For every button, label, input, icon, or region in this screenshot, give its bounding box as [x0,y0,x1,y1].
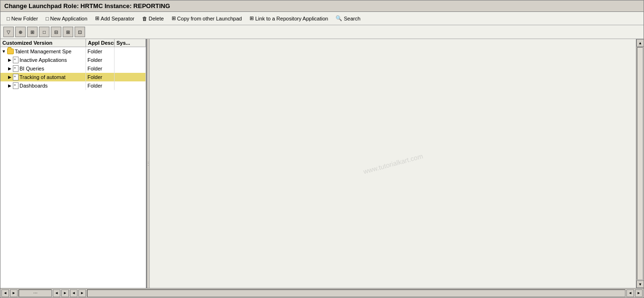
expand-icon[interactable]: ▶ [7,58,12,62]
icon-btn-3[interactable]: ⊞ [27,27,38,37]
icon-btn-5[interactable]: ⊟ [51,27,61,37]
doc-icon [13,82,19,89]
scroll-right-4[interactable]: ► [635,289,643,297]
scroll-left-3[interactable]: ◄ [70,289,77,297]
icon-btn-2[interactable]: ⊕ [15,27,26,37]
status-left[interactable]: ⋯ [19,289,52,297]
link-icon: ⊞ [250,15,254,21]
delete-button[interactable]: 🗑 Delete [139,14,167,23]
left-panel: Customized Version Appl Descr Sys... ▼ T… [0,39,147,288]
col-sys: Sys... [115,39,146,47]
tree-header: Customized Version Appl Descr Sys... [0,39,146,47]
scroll-left-2[interactable]: ◄ [53,289,60,297]
tree-cell-sys [115,64,146,73]
tree-cell-appl: Folder [86,56,115,64]
tree-cell-name[interactable]: ▶ Inactive Applications [0,56,86,64]
tree-cell-name[interactable]: ▶ Dashboards [0,81,86,90]
tree-body[interactable]: ▼ Talent Management Spe Folder ▶ Inactiv… [0,47,146,288]
scroll-track-v[interactable] [637,47,643,280]
scroll-left-1[interactable]: ◄ [1,289,9,297]
icon-toolbar: ▽ ⊕ ⊞ □ ⊟ ⊞ ⊡ [0,25,644,39]
tree-cell-sys [115,81,146,90]
window-title: Change Launchpad Role: HRTMC Instance: R… [4,2,170,10]
tree-row-selected[interactable]: ▶ Tracking of automat Folder [0,73,146,81]
new-application-icon: □ [46,16,49,21]
tree-cell-appl: Folder [86,73,115,81]
scroll-down-button[interactable]: ▼ [636,280,644,288]
search-icon: 🔍 [336,15,342,21]
expand-icon[interactable]: ▶ [7,75,12,79]
watermark: www.tutorialkart.com [362,152,423,175]
tree-cell-appl: Folder [86,47,115,56]
new-folder-icon: □ [7,16,10,21]
tree-cell-sys [115,73,146,81]
copy-from-launchpad-button[interactable]: ⊞ Copy from other Launchpad [168,14,245,23]
status-middle[interactable] [87,289,625,297]
title-bar: Change Launchpad Role: HRTMC Instance: R… [0,0,644,12]
scroll-left-4[interactable]: ◄ [626,289,634,297]
scroll-right-1[interactable]: ► [10,289,18,297]
tree-row[interactable]: ▼ Talent Management Spe Folder [0,47,146,56]
main-content: Customized Version Appl Descr Sys... ▼ T… [0,39,644,288]
add-separator-button[interactable]: ⊞ Add Separator [92,14,138,23]
folder-icon [7,49,14,54]
main-toolbar: □ New Folder □ New Application ⊞ Add Sep… [0,12,644,25]
search-button[interactable]: 🔍 Search [332,14,364,23]
doc-icon [13,65,19,72]
add-separator-icon: ⊞ [95,15,99,21]
tree-cell-sys [115,47,146,56]
scroll-right-3[interactable]: ► [78,289,86,297]
doc-icon [13,74,19,80]
expand-icon[interactable]: ▶ [7,66,12,71]
expand-icon[interactable]: ▶ [7,83,12,88]
icon-btn-6[interactable]: ⊞ [63,27,73,37]
tree-row[interactable]: ▶ BI Queries Folder [0,64,146,73]
tree-cell-appl: Folder [86,64,115,73]
vertical-scrollbar[interactable]: ▲ ▼ [636,39,644,288]
link-to-repo-button[interactable]: ⊞ Link to a Repository Application [246,14,331,23]
delete-icon: 🗑 [142,16,147,21]
scroll-right-2[interactable]: ► [61,289,69,297]
copy-icon: ⊞ [172,15,176,21]
tree-cell-appl: Folder [86,81,115,90]
doc-icon [13,57,19,63]
icon-btn-1[interactable]: ▽ [3,27,14,37]
col-appl-descr: Appl Descr [86,39,115,47]
icon-btn-7[interactable]: ⊡ [75,27,85,37]
bottom-bar: ◄ ► ⋯ ◄ ► ◄ ► ◄ ► [0,288,644,298]
new-folder-button[interactable]: □ New Folder [3,14,41,23]
icon-btn-4[interactable]: □ [39,27,49,37]
expand-icon[interactable]: ▼ [1,49,6,54]
right-panel: www.tutorialkart.com [150,39,636,288]
col-customized-version: Customized Version [0,39,86,47]
new-application-button[interactable]: □ New Application [42,14,91,23]
tree-row[interactable]: ▶ Dashboards Folder [0,81,146,90]
tree-cell-name[interactable]: ▶ BI Queries [0,64,86,73]
tree-cell-name[interactable]: ▼ Talent Management Spe [0,47,86,56]
tree-row[interactable]: ▶ Inactive Applications Folder [0,56,146,64]
tree-cell-sys [115,56,146,64]
scroll-up-button[interactable]: ▲ [636,39,644,47]
tree-cell-name[interactable]: ▶ Tracking of automat [0,73,86,81]
